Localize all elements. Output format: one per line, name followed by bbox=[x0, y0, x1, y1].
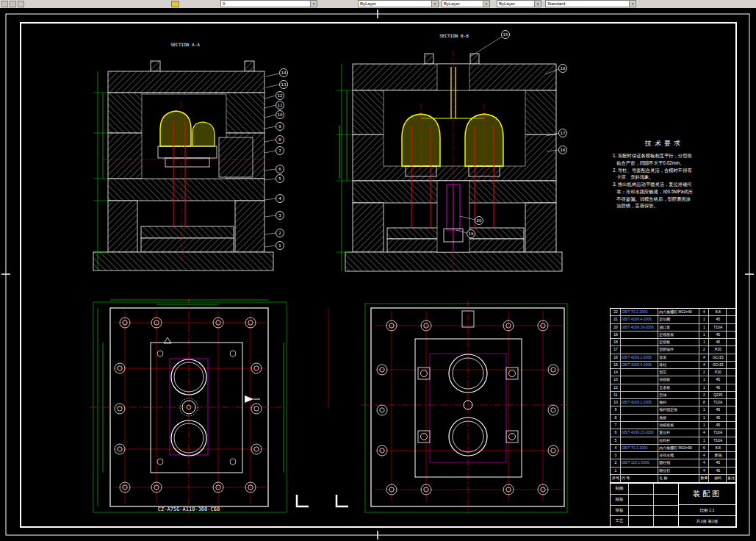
toolbar-button-3[interactable] bbox=[18, 1, 24, 7]
bom-row: 2 GB/T 119.1-2000 圆柱销 4 45 bbox=[611, 459, 735, 466]
chevron-down-icon[interactable]: ▾ bbox=[534, 1, 541, 7]
svg-text:8: 8 bbox=[278, 137, 281, 142]
chevron-down-icon[interactable]: ▾ bbox=[629, 1, 636, 7]
bom-row: 19 定模座板 1 45 bbox=[611, 331, 735, 338]
bom-header-code: 代 号 bbox=[621, 475, 658, 482]
bom-row: 22 GB/T 70.1-2000 内六角螺钉 M12×40 4 8.8 bbox=[611, 309, 735, 315]
balloon-7: 7 bbox=[264, 147, 284, 155]
svg-text:16: 16 bbox=[561, 148, 566, 152]
svg-text:12: 12 bbox=[278, 93, 283, 98]
bom-header-name: 名 称 bbox=[658, 475, 699, 482]
bom-row: 7 动模座板 1 45 bbox=[611, 421, 735, 429]
chevron-down-icon[interactable]: ▾ bbox=[483, 1, 489, 7]
bom-row: 9 推杆固定板 1 45 bbox=[611, 406, 735, 413]
color-swatch-icon[interactable] bbox=[171, 1, 179, 7]
balloon-2: 2 bbox=[264, 229, 284, 237]
section-b-view: SECTION B-B bbox=[336, 31, 567, 272]
balloon-14: 14 bbox=[266, 69, 288, 77]
balloon-11: 11 bbox=[264, 101, 284, 110]
title-block-label: 工艺 bbox=[611, 516, 629, 526]
fold-marks bbox=[297, 308, 348, 506]
balloon-9: 9 bbox=[264, 123, 284, 131]
section-a-label: SECTION A-A bbox=[170, 42, 200, 47]
balloon-12: 12 bbox=[264, 92, 284, 100]
cad-viewport[interactable]: SECTION A-A 14 bbox=[0, 8, 756, 541]
title-block: 制图 校核 审核 工艺 装配图 比例 1:1 共1张 第1张 bbox=[610, 483, 736, 527]
style-combo-value: Standard bbox=[547, 1, 565, 6]
bom-row: 16 GB/T 4169.1-2006 导套 4 GCr15 bbox=[611, 354, 735, 361]
balloon-6: 6 bbox=[264, 165, 284, 173]
plan-view-left: CZ-A75G-A110-360-C60 bbox=[90, 298, 288, 515]
chevron-down-icon[interactable]: ▾ bbox=[431, 1, 438, 7]
svg-text:2: 2 bbox=[278, 231, 281, 235]
balloon-1: 1 bbox=[264, 242, 284, 250]
bom-rows: 22 GB/T 70.1-2000 内六角螺钉 M12×40 4 8.8 21 … bbox=[611, 309, 735, 474]
part-number-label: CZ-A75G-A110-360-C60 bbox=[158, 506, 220, 512]
balloon-13: 13 bbox=[266, 81, 288, 89]
balloon-5: 5 bbox=[264, 175, 284, 183]
tech-req-line: 贴合严密，间隙不大于0.02mm。 bbox=[613, 160, 716, 167]
tech-req-line: 3. 推出机构运动平稳灵活，复位准确可 bbox=[613, 181, 716, 188]
bom-row: 11 垫块 2 Q235 bbox=[611, 391, 735, 398]
balloon-15: 15 bbox=[470, 31, 510, 57]
bom-row: 8 推板 1 45 bbox=[611, 414, 735, 421]
lineweight-combo[interactable]: ByLayer ▾ bbox=[497, 0, 541, 7]
bom-header-qty: 数量 bbox=[699, 475, 710, 482]
svg-text:15: 15 bbox=[503, 32, 508, 37]
toolbar-button-1[interactable] bbox=[1, 1, 8, 7]
tech-req-line: 靠；冷却水路应畅通，经0.5MPa试压 bbox=[613, 188, 716, 196]
tech-req-line: 卡滞、歪斜现象。 bbox=[613, 173, 716, 181]
linetype-combo[interactable]: ByLayer ▾ bbox=[442, 0, 490, 7]
bom-table: 22 GB/T 70.1-2000 内六角螺钉 M12×40 4 8.8 21 … bbox=[610, 308, 736, 483]
linetype-combo-value: ByLayer bbox=[444, 1, 460, 6]
bom-header-material: 材料 bbox=[709, 475, 727, 482]
bom-row: 15 GB/T 4169.4-2006 导柱 4 GCr15 bbox=[611, 361, 735, 368]
bom-header-no: 序号 bbox=[611, 475, 621, 482]
svg-text:18: 18 bbox=[561, 66, 566, 71]
bom-row: 1 限位钉 4 45 bbox=[611, 467, 735, 474]
bom-row: 18 定模板 1 45 bbox=[611, 338, 735, 345]
balloon-10: 10 bbox=[264, 111, 284, 119]
color-combo[interactable]: ByLayer ▾ bbox=[358, 0, 439, 7]
bom-row: 10 GB/T 4169.1-2006 推杆 8 T10A bbox=[611, 398, 735, 406]
tech-req-title: 技术要求 bbox=[613, 139, 716, 148]
tech-req-body: 1. 装配时保证各模板相互平行，分型面 贴合严密，间隙不大于0.02mm。 2.… bbox=[613, 152, 716, 209]
svg-text:6: 6 bbox=[278, 167, 281, 171]
style-combo[interactable]: Standard ▾ bbox=[545, 0, 636, 7]
svg-text:7: 7 bbox=[278, 148, 281, 153]
bom-row: 21 GB/T 4169.4-2006 定位圈 1 45 bbox=[611, 315, 735, 323]
bom-row: 4 GB/T 70.1-2000 内六角螺钉 M10×90 6 8.8 bbox=[611, 444, 735, 451]
svg-text:14: 14 bbox=[281, 71, 287, 75]
bom-header-note: 备注 bbox=[727, 475, 735, 482]
title-block-label: 制图 bbox=[611, 484, 629, 494]
balloon-3: 3 bbox=[264, 212, 284, 220]
bom-row: 13 动模板 1 45 bbox=[611, 376, 735, 383]
bom-row: 17 型腔镶件 2 P20 bbox=[611, 345, 735, 353]
bom-row: 12 支承板 1 45 bbox=[611, 384, 735, 391]
toolbar-button-2[interactable] bbox=[10, 1, 16, 7]
svg-text:9: 9 bbox=[278, 124, 281, 129]
svg-text:1: 1 bbox=[278, 243, 281, 248]
bom-row: 20 GB/T 4169.19-2006 浇口套 1 T10A bbox=[611, 323, 735, 331]
svg-text:4: 4 bbox=[278, 196, 281, 201]
color-combo-value: ByLayer bbox=[360, 1, 376, 6]
plan-view-right bbox=[361, 301, 569, 514]
drawing-scale: 比例 1:1 bbox=[679, 505, 735, 516]
tech-req-line: 油防锈，妥善保管。 bbox=[613, 202, 716, 209]
bom-row: 5 拉料杆 1 T10A bbox=[611, 437, 735, 444]
layer-combo[interactable]: 0 ▾ bbox=[220, 0, 317, 7]
tech-req-line: 不得渗漏。试模合格后，型腔表面涂 bbox=[613, 196, 716, 203]
lineweight-combo-value: ByLayer bbox=[499, 1, 515, 6]
bom-row: 14 型芯 2 P20 bbox=[611, 368, 735, 376]
balloon-4: 4 bbox=[264, 195, 284, 203]
bom-header-row: 序号 代 号 名 称 数量 材料 备注 bbox=[611, 474, 735, 482]
svg-text:3: 3 bbox=[278, 213, 281, 218]
svg-text:5: 5 bbox=[278, 176, 281, 181]
section-a-view: SECTION A-A 14 bbox=[93, 42, 288, 270]
chevron-down-icon[interactable]: ▾ bbox=[310, 1, 317, 7]
drawing-title: 装配图 bbox=[679, 484, 735, 505]
svg-text:10: 10 bbox=[278, 112, 283, 117]
section-b-label: SECTION B-B bbox=[439, 33, 469, 38]
title-block-label: 审核 bbox=[611, 506, 629, 516]
svg-text:19: 19 bbox=[469, 232, 474, 236]
